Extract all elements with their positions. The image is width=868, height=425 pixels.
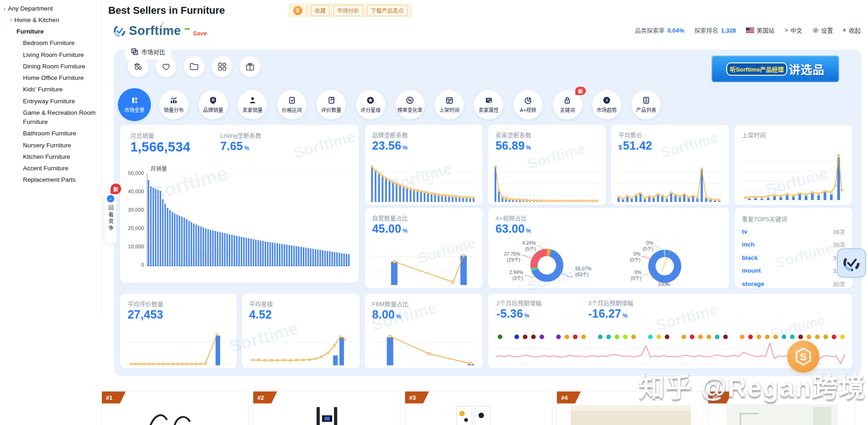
tab-docarrow[interactable]: 卖家属性 (474, 90, 503, 119)
avg-reviews-stat: 平均评价数量 27,453 (128, 299, 163, 321)
gift-icon (245, 62, 255, 72)
star-icon (367, 96, 374, 105)
sidebar-item[interactable]: Home Office Furniture (0, 73, 101, 84)
site-selector[interactable]: 美国站 (746, 26, 774, 34)
person-icon (249, 96, 256, 105)
overlap-squares-icon (131, 48, 138, 55)
language-switcher[interactable]: > 中文 (785, 26, 802, 34)
sidebar-item[interactable]: Bathroom Furniture (0, 128, 101, 140)
seller-monopoly-stat: 卖家垄断系数 56.89% (495, 130, 531, 152)
doccheck-icon (288, 96, 296, 105)
sidebar-item[interactable]: Kids' Furniture (0, 84, 101, 95)
tab-label: A+视频 (520, 106, 536, 113)
settings-button[interactable]: 设置 (812, 26, 833, 34)
fbm-ratio-stat: FBM数量占比 8.00% (372, 299, 408, 321)
tab-shield[interactable]: R品牌销量 (199, 90, 228, 119)
competition-review-tab[interactable]: › 回看竞争 (105, 192, 117, 243)
donut-label-value: 27.75% (499, 251, 520, 257)
donut-label-value: 0% (632, 240, 653, 246)
pie-icon (524, 96, 532, 105)
tab-person[interactable]: 卖家销量 (238, 90, 267, 119)
action-button-folder[interactable] (184, 56, 205, 77)
donut-label-value: 100% (658, 281, 679, 287)
brand-dash (184, 28, 190, 30)
card-brand-monopoly: 品牌垄断系数 23.56% (365, 125, 483, 205)
promo-banner[interactable]: 听Sorftime产品经理 讲选品 (712, 56, 839, 82)
product-card[interactable]: #1 (101, 391, 249, 425)
collapse-button[interactable]: « 收起 (843, 26, 861, 34)
sorftime-float-button[interactable] (837, 248, 866, 278)
donut-label: 0%(0个) (619, 251, 640, 263)
page: ‹Any Department‹Home & KitchenFurnitureB… (0, 0, 868, 425)
avg-price-stat: 平均售价 $51.42 (618, 130, 652, 152)
sidebar-item[interactable]: Living Room Furniture (0, 49, 101, 61)
tab-chartbars[interactable]: 销量分布 (159, 90, 189, 119)
tab-label: 销量分布 (164, 106, 184, 113)
key​word-row: mount33次 (734, 266, 852, 275)
apps-grid-icon (217, 62, 227, 72)
action-button-gift[interactable] (239, 56, 261, 77)
key​word-row: black39次 (734, 253, 852, 262)
sidebar-item[interactable]: ‹Any Department (0, 3, 101, 14)
divider (306, 7, 307, 14)
sidebar-item[interactable]: Bedroom Furniture (0, 38, 101, 49)
sidebar-item[interactable]: Game & Recreation Room Furniture (0, 107, 101, 128)
keyword-link[interactable]: mount (742, 267, 761, 274)
svg-text:R: R (212, 98, 215, 102)
lock-icon (563, 96, 571, 105)
product-card[interactable]: #3 (405, 391, 552, 425)
tab-doccheck[interactable]: 价格区间 (277, 90, 306, 119)
sidebar-item-label: Home & Kitchen (14, 17, 59, 23)
new-badge: 新 (575, 87, 586, 95)
tab-pie[interactable]: A+视频 (513, 90, 543, 119)
seller-monopoly-chart (495, 165, 600, 202)
axis-tick-label: 40,000 (121, 189, 144, 194)
sidebar-item-label: Game & Recreation Room Furniture (23, 109, 95, 125)
tab-compass[interactable]: 市场趋势 (592, 90, 622, 119)
tab-calendar[interactable]: 上架时间 (434, 90, 464, 119)
sidebar-item[interactable]: Nursery Furniture (0, 140, 101, 151)
donut-label: 65.07%(63个) (575, 266, 596, 278)
donut-label-value: 4.24% (515, 240, 536, 246)
tab-star[interactable]: 评分星级 (356, 90, 385, 119)
keyword-link[interactable]: inch (742, 241, 755, 248)
sidebar-item[interactable]: Dining Room Furniture (0, 61, 101, 72)
sidebar-item[interactable]: Kitchen Furniture (0, 151, 101, 162)
download-selling-points-button[interactable]: 下载产品卖点 (367, 5, 407, 16)
tab-list[interactable]: 产品列表 (631, 90, 661, 119)
sidebar-item[interactable]: Replacement Parts (0, 174, 101, 186)
docsearch-icon (328, 96, 335, 105)
keyword-link[interactable]: tv (742, 228, 747, 235)
key​word-row: storage30次 (734, 280, 852, 288)
list-icon (642, 96, 650, 105)
sidebar-item-label: Accent Furniture (23, 165, 68, 172)
sidebar-item[interactable]: Furniture (0, 26, 101, 38)
tab-label: 上架时间 (439, 106, 459, 113)
card-launch-time: 上架时间 (734, 125, 852, 205)
market-compare-tab[interactable]: 市场对比 (125, 43, 172, 60)
keyword-link[interactable]: black (742, 254, 758, 261)
tab-circlen[interactable]: 榜单变化率 (395, 90, 425, 119)
monthly-sales-stat: 月总销量 1,566,534 (130, 131, 190, 155)
sidebar-item[interactable]: Accent Furniture (0, 163, 101, 174)
donut-label-count: (3个) (502, 275, 523, 281)
tab-label: 市场全景 (124, 106, 145, 113)
sorftime-brand: Sorftime ✓ Save (113, 25, 207, 37)
keyword-link[interactable]: storage (742, 280, 764, 287)
favorite-button[interactable]: 收藏 (311, 5, 329, 16)
self-operated-chart (371, 247, 476, 285)
brand-name: Sorftime ✓ (129, 25, 181, 37)
keyword-count: 39次 (833, 240, 845, 249)
market-analysis-button[interactable]: 市场分析 (334, 5, 363, 16)
key​word-row: inch39次 (734, 240, 852, 249)
promo-banner-text-right: 讲选品 (789, 61, 824, 77)
tab-lock[interactable]: 关键词新 (553, 90, 582, 119)
product-card[interactable]: #2 (253, 391, 401, 425)
action-button-apps[interactable] (211, 56, 233, 77)
tab-panorama[interactable]: 市场全景 (118, 88, 151, 121)
sidebar-item[interactable]: ‹Home & Kitchen (0, 14, 101, 26)
sidebar-item[interactable]: Entryway Furniture (0, 95, 101, 107)
tab-docsearch[interactable]: 评价数量 (317, 90, 346, 119)
explore-rank: 探索排名1,328 (695, 26, 736, 34)
chevron-right-icon: › (107, 195, 114, 202)
